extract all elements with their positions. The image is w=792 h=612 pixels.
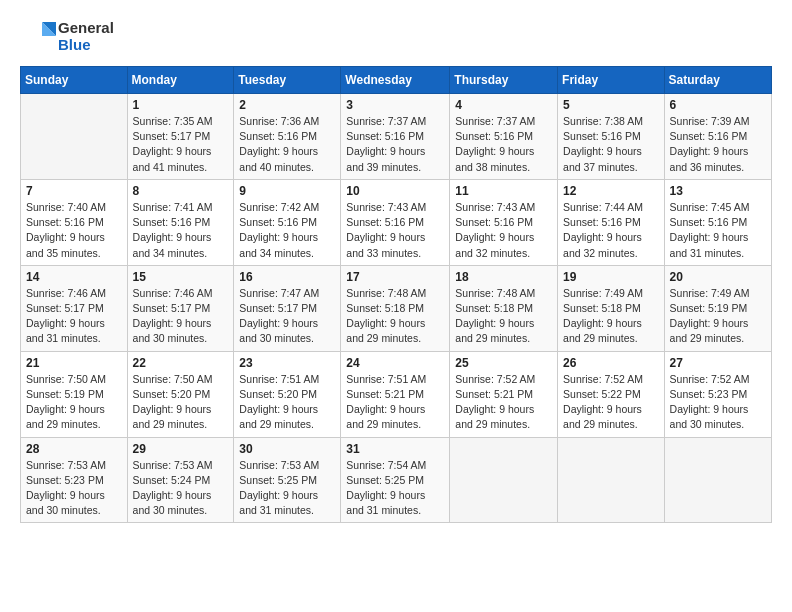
day-info: Sunrise: 7:54 AMSunset: 5:25 PMDaylight:… <box>346 458 444 519</box>
day-info: Sunrise: 7:51 AMSunset: 5:21 PMDaylight:… <box>346 372 444 433</box>
calendar-cell: 4Sunrise: 7:37 AMSunset: 5:16 PMDaylight… <box>450 94 558 180</box>
calendar-cell: 12Sunrise: 7:44 AMSunset: 5:16 PMDayligh… <box>558 179 665 265</box>
col-friday: Friday <box>558 67 665 94</box>
day-info: Sunrise: 7:38 AMSunset: 5:16 PMDaylight:… <box>563 114 659 175</box>
day-info: Sunrise: 7:48 AMSunset: 5:18 PMDaylight:… <box>455 286 552 347</box>
calendar-cell: 10Sunrise: 7:43 AMSunset: 5:16 PMDayligh… <box>341 179 450 265</box>
calendar-body: 1Sunrise: 7:35 AMSunset: 5:17 PMDaylight… <box>21 94 772 523</box>
day-info: Sunrise: 7:46 AMSunset: 5:17 PMDaylight:… <box>133 286 229 347</box>
day-info: Sunrise: 7:53 AMSunset: 5:25 PMDaylight:… <box>239 458 335 519</box>
header: General Blue <box>20 18 772 54</box>
calendar-cell: 30Sunrise: 7:53 AMSunset: 5:25 PMDayligh… <box>234 437 341 523</box>
calendar-cell: 21Sunrise: 7:50 AMSunset: 5:19 PMDayligh… <box>21 351 128 437</box>
col-tuesday: Tuesday <box>234 67 341 94</box>
calendar-cell: 15Sunrise: 7:46 AMSunset: 5:17 PMDayligh… <box>127 265 234 351</box>
day-info: Sunrise: 7:36 AMSunset: 5:16 PMDaylight:… <box>239 114 335 175</box>
day-info: Sunrise: 7:43 AMSunset: 5:16 PMDaylight:… <box>455 200 552 261</box>
calendar-cell <box>664 437 771 523</box>
day-number: 16 <box>239 270 335 284</box>
day-info: Sunrise: 7:52 AMSunset: 5:21 PMDaylight:… <box>455 372 552 433</box>
calendar-cell: 9Sunrise: 7:42 AMSunset: 5:16 PMDaylight… <box>234 179 341 265</box>
day-info: Sunrise: 7:45 AMSunset: 5:16 PMDaylight:… <box>670 200 766 261</box>
day-info: Sunrise: 7:49 AMSunset: 5:19 PMDaylight:… <box>670 286 766 347</box>
col-sunday: Sunday <box>21 67 128 94</box>
calendar-cell: 24Sunrise: 7:51 AMSunset: 5:21 PMDayligh… <box>341 351 450 437</box>
col-monday: Monday <box>127 67 234 94</box>
day-number: 28 <box>26 442 122 456</box>
day-info: Sunrise: 7:47 AMSunset: 5:17 PMDaylight:… <box>239 286 335 347</box>
day-number: 5 <box>563 98 659 112</box>
day-info: Sunrise: 7:37 AMSunset: 5:16 PMDaylight:… <box>346 114 444 175</box>
day-number: 30 <box>239 442 335 456</box>
day-number: 13 <box>670 184 766 198</box>
calendar-cell: 1Sunrise: 7:35 AMSunset: 5:17 PMDaylight… <box>127 94 234 180</box>
col-thursday: Thursday <box>450 67 558 94</box>
calendar-cell <box>558 437 665 523</box>
day-number: 31 <box>346 442 444 456</box>
day-info: Sunrise: 7:50 AMSunset: 5:20 PMDaylight:… <box>133 372 229 433</box>
day-number: 12 <box>563 184 659 198</box>
day-info: Sunrise: 7:43 AMSunset: 5:16 PMDaylight:… <box>346 200 444 261</box>
calendar-cell: 27Sunrise: 7:52 AMSunset: 5:23 PMDayligh… <box>664 351 771 437</box>
calendar-cell: 5Sunrise: 7:38 AMSunset: 5:16 PMDaylight… <box>558 94 665 180</box>
day-number: 27 <box>670 356 766 370</box>
calendar-cell: 28Sunrise: 7:53 AMSunset: 5:23 PMDayligh… <box>21 437 128 523</box>
calendar-week-3: 14Sunrise: 7:46 AMSunset: 5:17 PMDayligh… <box>21 265 772 351</box>
day-info: Sunrise: 7:37 AMSunset: 5:16 PMDaylight:… <box>455 114 552 175</box>
calendar-week-1: 1Sunrise: 7:35 AMSunset: 5:17 PMDaylight… <box>21 94 772 180</box>
calendar-cell <box>21 94 128 180</box>
day-number: 25 <box>455 356 552 370</box>
calendar-cell: 7Sunrise: 7:40 AMSunset: 5:16 PMDaylight… <box>21 179 128 265</box>
calendar-cell: 18Sunrise: 7:48 AMSunset: 5:18 PMDayligh… <box>450 265 558 351</box>
calendar-header: Sunday Monday Tuesday Wednesday Thursday… <box>21 67 772 94</box>
day-info: Sunrise: 7:39 AMSunset: 5:16 PMDaylight:… <box>670 114 766 175</box>
calendar-cell: 13Sunrise: 7:45 AMSunset: 5:16 PMDayligh… <box>664 179 771 265</box>
day-number: 20 <box>670 270 766 284</box>
calendar-cell: 16Sunrise: 7:47 AMSunset: 5:17 PMDayligh… <box>234 265 341 351</box>
day-number: 18 <box>455 270 552 284</box>
day-number: 23 <box>239 356 335 370</box>
day-number: 29 <box>133 442 229 456</box>
calendar-cell: 26Sunrise: 7:52 AMSunset: 5:22 PMDayligh… <box>558 351 665 437</box>
day-number: 6 <box>670 98 766 112</box>
day-number: 22 <box>133 356 229 370</box>
day-number: 7 <box>26 184 122 198</box>
day-number: 10 <box>346 184 444 198</box>
calendar-cell: 6Sunrise: 7:39 AMSunset: 5:16 PMDaylight… <box>664 94 771 180</box>
day-number: 14 <box>26 270 122 284</box>
calendar-cell: 11Sunrise: 7:43 AMSunset: 5:16 PMDayligh… <box>450 179 558 265</box>
day-info: Sunrise: 7:46 AMSunset: 5:17 PMDaylight:… <box>26 286 122 347</box>
day-info: Sunrise: 7:35 AMSunset: 5:17 PMDaylight:… <box>133 114 229 175</box>
day-info: Sunrise: 7:50 AMSunset: 5:19 PMDaylight:… <box>26 372 122 433</box>
day-number: 1 <box>133 98 229 112</box>
day-info: Sunrise: 7:41 AMSunset: 5:16 PMDaylight:… <box>133 200 229 261</box>
day-info: Sunrise: 7:48 AMSunset: 5:18 PMDaylight:… <box>346 286 444 347</box>
day-number: 24 <box>346 356 444 370</box>
calendar-cell <box>450 437 558 523</box>
header-row: Sunday Monday Tuesday Wednesday Thursday… <box>21 67 772 94</box>
day-info: Sunrise: 7:44 AMSunset: 5:16 PMDaylight:… <box>563 200 659 261</box>
day-info: Sunrise: 7:40 AMSunset: 5:16 PMDaylight:… <box>26 200 122 261</box>
day-number: 11 <box>455 184 552 198</box>
calendar-cell: 19Sunrise: 7:49 AMSunset: 5:18 PMDayligh… <box>558 265 665 351</box>
day-info: Sunrise: 7:51 AMSunset: 5:20 PMDaylight:… <box>239 372 335 433</box>
calendar-cell: 25Sunrise: 7:52 AMSunset: 5:21 PMDayligh… <box>450 351 558 437</box>
day-info: Sunrise: 7:42 AMSunset: 5:16 PMDaylight:… <box>239 200 335 261</box>
day-number: 15 <box>133 270 229 284</box>
day-number: 4 <box>455 98 552 112</box>
day-number: 8 <box>133 184 229 198</box>
day-info: Sunrise: 7:49 AMSunset: 5:18 PMDaylight:… <box>563 286 659 347</box>
calendar-cell: 3Sunrise: 7:37 AMSunset: 5:16 PMDaylight… <box>341 94 450 180</box>
calendar-week-5: 28Sunrise: 7:53 AMSunset: 5:23 PMDayligh… <box>21 437 772 523</box>
day-info: Sunrise: 7:52 AMSunset: 5:23 PMDaylight:… <box>670 372 766 433</box>
col-wednesday: Wednesday <box>341 67 450 94</box>
day-number: 2 <box>239 98 335 112</box>
calendar-cell: 2Sunrise: 7:36 AMSunset: 5:16 PMDaylight… <box>234 94 341 180</box>
day-number: 26 <box>563 356 659 370</box>
day-number: 9 <box>239 184 335 198</box>
calendar-cell: 31Sunrise: 7:54 AMSunset: 5:25 PMDayligh… <box>341 437 450 523</box>
day-number: 17 <box>346 270 444 284</box>
calendar-cell: 8Sunrise: 7:41 AMSunset: 5:16 PMDaylight… <box>127 179 234 265</box>
day-info: Sunrise: 7:53 AMSunset: 5:23 PMDaylight:… <box>26 458 122 519</box>
calendar-cell: 17Sunrise: 7:48 AMSunset: 5:18 PMDayligh… <box>341 265 450 351</box>
